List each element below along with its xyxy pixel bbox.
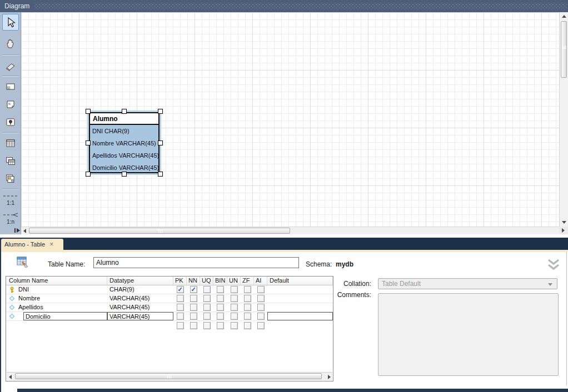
resize-handle-top-left[interactable] <box>86 109 91 114</box>
bin-checkbox[interactable] <box>217 295 224 302</box>
nn-checkbox[interactable] <box>190 313 197 320</box>
horizontal-scrollbar-thumb[interactable] <box>15 373 322 379</box>
canvas-vertical-scrollbar[interactable] <box>559 12 568 227</box>
horizontal-scrollbar-thumb[interactable] <box>29 228 290 234</box>
table-tool-button[interactable] <box>2 135 19 152</box>
canvas-horizontal-scrollbar[interactable] <box>21 227 559 234</box>
columns-grid-horizontal-scrollbar[interactable] <box>7 372 332 380</box>
uq-checkbox[interactable] <box>203 304 211 311</box>
layer-tool-button[interactable]: L <box>2 78 19 95</box>
header-zf[interactable]: ZF <box>241 277 254 285</box>
un-checkbox[interactable] <box>231 295 238 302</box>
uq-checkbox[interactable] <box>203 295 211 302</box>
table-name-input[interactable] <box>93 257 299 268</box>
column-row-apellidos[interactable]: Apellidos VARCHAR(45) <box>6 303 333 312</box>
pointer-tool-button[interactable] <box>2 14 19 31</box>
tab-alumno-table[interactable]: Alumno - Table × <box>1 239 63 250</box>
resize-handle-top-right[interactable] <box>158 109 163 114</box>
header-datatype[interactable]: Datatype <box>107 277 173 285</box>
bin-checkbox[interactable] <box>217 313 224 320</box>
column-datatype[interactable]: VARCHAR(45) <box>107 303 173 311</box>
column-row-nombre[interactable]: Nombre VARCHAR(45) <box>6 294 333 303</box>
ai-checkbox[interactable] <box>257 286 265 293</box>
collapse-editor-button[interactable] <box>547 259 560 271</box>
resize-handle-bottom-center[interactable] <box>122 172 127 177</box>
nn-checkbox[interactable] <box>190 295 197 302</box>
uq-checkbox[interactable] <box>203 286 211 293</box>
zf-checkbox[interactable] <box>244 313 251 320</box>
scroll-up-icon[interactable] <box>562 15 566 18</box>
un-checkbox[interactable] <box>231 304 238 311</box>
column-datatype[interactable]: CHAR(9) <box>107 285 173 294</box>
column-default-editbox[interactable] <box>267 312 333 320</box>
zf-checkbox[interactable] <box>244 322 251 329</box>
hand-tool-button[interactable] <box>2 35 19 52</box>
entity-title[interactable]: Alumno <box>90 113 158 125</box>
image-tool-button[interactable] <box>2 114 19 130</box>
bin-checkbox[interactable] <box>217 322 224 329</box>
header-column-name[interactable]: Column Name <box>6 277 107 285</box>
nn-checkbox[interactable]: ✓ <box>190 286 197 293</box>
ai-checkbox[interactable] <box>257 313 265 320</box>
comments-textarea[interactable] <box>378 293 559 376</box>
note-tool-button[interactable]: N <box>2 96 19 113</box>
diagram-canvas[interactable]: Alumno DNI CHAR(9) Nombre VARCHAR(45) Ap… <box>21 12 559 227</box>
pk-checkbox[interactable] <box>177 304 184 311</box>
uq-checkbox[interactable] <box>203 322 211 329</box>
column-datatype-editbox[interactable]: VARCHAR(45) <box>107 312 173 320</box>
scroll-down-icon[interactable] <box>562 221 566 224</box>
header-pk[interactable]: PK <box>173 277 187 285</box>
nn-checkbox[interactable] <box>190 304 197 311</box>
bin-checkbox[interactable] <box>217 304 224 311</box>
tab-close-icon[interactable]: × <box>49 242 53 248</box>
un-checkbox[interactable] <box>231 322 238 329</box>
toolbar-overflow-button[interactable] <box>6 227 20 234</box>
eraser-tool-button[interactable] <box>2 58 19 74</box>
scroll-left-icon[interactable] <box>23 229 26 233</box>
view-tool-button[interactable] <box>2 153 19 169</box>
column-default[interactable] <box>267 303 333 311</box>
resize-handle-mid-right[interactable] <box>158 140 163 145</box>
bin-checkbox[interactable] <box>217 286 224 293</box>
zf-checkbox[interactable] <box>244 286 251 293</box>
pk-checkbox[interactable]: ✓ <box>177 286 184 293</box>
relationship-1-n-tool-button[interactable]: 1:n <box>2 211 19 228</box>
zf-checkbox[interactable] <box>244 295 251 302</box>
column-row-domicilio[interactable]: Domicilio VARCHAR(45) <box>6 312 333 321</box>
entity-column[interactable]: Nombre VARCHAR(45) <box>90 137 158 149</box>
entity-table-alumno[interactable]: Alumno DNI CHAR(9) Nombre VARCHAR(45) Ap… <box>89 112 160 173</box>
collation-dropdown[interactable]: Table Default <box>378 278 557 289</box>
ai-checkbox[interactable] <box>257 304 265 311</box>
resize-handle-mid-left[interactable] <box>86 140 91 145</box>
pk-checkbox[interactable] <box>177 322 184 329</box>
resize-handle-bottom-right[interactable] <box>158 172 163 177</box>
uq-checkbox[interactable] <box>203 313 211 320</box>
column-datatype[interactable]: VARCHAR(45) <box>107 294 173 303</box>
new-column-row[interactable] <box>6 321 333 330</box>
vertical-scrollbar-thumb[interactable] <box>561 21 567 78</box>
header-un[interactable]: UN <box>227 277 241 285</box>
scroll-left-icon[interactable] <box>9 375 12 379</box>
un-checkbox[interactable] <box>231 313 238 320</box>
resize-handle-bottom-left[interactable] <box>86 172 91 177</box>
relationship-1-1-tool-button[interactable]: 1:1 <box>2 192 19 209</box>
routine-group-tool-button[interactable] <box>2 170 19 187</box>
scroll-right-icon[interactable] <box>562 228 565 233</box>
header-bin[interactable]: BIN <box>213 277 227 285</box>
header-nn[interactable]: NN <box>187 277 200 285</box>
scroll-right-icon[interactable] <box>328 375 331 379</box>
header-uq[interactable]: UQ <box>200 277 213 285</box>
ai-checkbox[interactable] <box>257 322 265 329</box>
column-name-editbox[interactable]: Domicilio <box>23 312 107 320</box>
entity-column[interactable]: DNI CHAR(9) <box>90 125 158 137</box>
column-row-dni[interactable]: DNI CHAR(9) ✓ ✓ <box>6 285 333 294</box>
header-ai[interactable]: AI <box>254 277 267 285</box>
zf-checkbox[interactable] <box>244 304 251 311</box>
pk-checkbox[interactable] <box>177 295 184 302</box>
pk-checkbox[interactable] <box>177 313 184 320</box>
ai-checkbox[interactable] <box>257 295 265 302</box>
nn-checkbox[interactable] <box>190 322 197 329</box>
resize-handle-top-center[interactable] <box>122 109 127 114</box>
un-checkbox[interactable] <box>231 286 238 293</box>
entity-column[interactable]: Apellidos VARCHAR(45) <box>90 149 158 162</box>
